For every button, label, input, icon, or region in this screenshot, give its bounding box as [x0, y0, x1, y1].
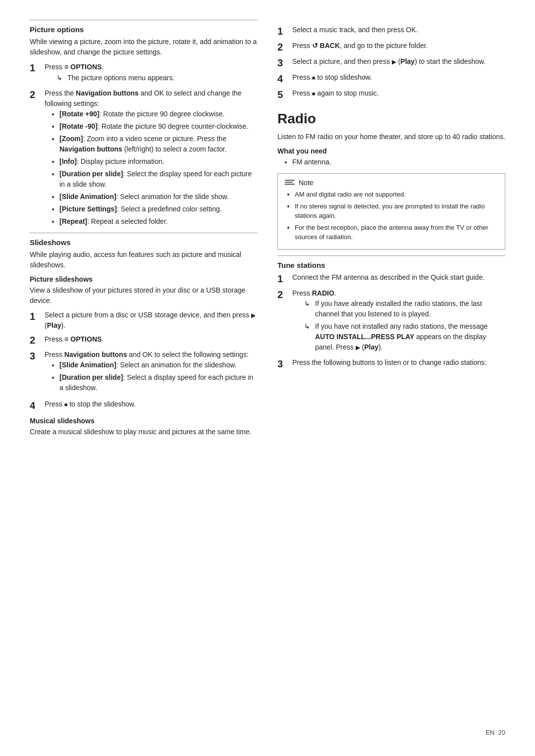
stop-icon: [64, 400, 68, 408]
footer-lang: EN: [485, 729, 494, 736]
tune-step-2-arrow-2: ↳ If you have not installed any radio st…: [304, 321, 505, 353]
tune-step-2-arrow-1: ↳ If you have already installed the radi…: [304, 299, 505, 319]
musical-step-2-content: Press ↺ BACK, and go to the picture fold…: [292, 41, 505, 53]
step-1-picture: 1 Press OPTIONS. ↳ The picture options m…: [30, 61, 258, 85]
musical-step-2-text: Press ↺ BACK, and go to the picture fold…: [292, 42, 428, 50]
musical-step-num-1: 1: [277, 25, 288, 38]
musical-step-3-content: Select a picture, and then press (Play) …: [292, 56, 505, 69]
picture-options-heading: Picture options: [30, 20, 258, 34]
step-1-sub-text: The picture options menu appears.: [67, 73, 174, 83]
bullet-list-picture-options: [Rotate +90]: Rotate the picture 90 degr…: [59, 109, 258, 227]
radio-heading: Radio: [277, 111, 505, 127]
not-installed-text: If you have not installed any radio stat…: [315, 321, 505, 353]
musical-step-5-text: Press again to stop music.: [292, 89, 379, 97]
musical-step-1-text: Select a music track, and then press OK.: [292, 26, 418, 34]
musical-step-num-3: 3: [277, 56, 288, 69]
musical-step-4: 4 Press to stop slideshow.: [277, 72, 505, 85]
bullet-item: [Repeat]: Repeat a selected folder.: [59, 216, 258, 227]
left-column: Picture options While viewing a picture,…: [30, 20, 258, 441]
step-1-sub: ↳ The picture options menu appears.: [56, 73, 258, 83]
bullet-item: [Slide Animation]: Select animation for …: [59, 192, 258, 202]
note-box: Note AM and digital radio are not suppor…: [277, 173, 505, 250]
slideshows-intro: While playing audio, access fun features…: [30, 250, 258, 270]
tune-step-1-text: Connect the FM antenna as described in t…: [292, 273, 484, 281]
tune-step-num-3: 3: [277, 357, 288, 370]
step-1-text: Press OPTIONS.: [45, 63, 104, 71]
options-label: OPTIONS: [70, 63, 102, 71]
slideshow-step-4-content: Press to stop the slideshow.: [45, 399, 258, 412]
step-2-text: Press the Navigation buttons and OK to s…: [45, 89, 242, 107]
tune-step-3-content: Press the following buttons to listen or…: [292, 357, 505, 370]
slideshow-step-3: 3 Press Navigation buttons and OK to sel…: [30, 350, 258, 396]
musical-step-4-content: Press to stop slideshow.: [292, 72, 505, 85]
right-column: 1 Select a music track, and then press O…: [277, 20, 505, 441]
bullet-item: [Duration per slide]: Select a display s…: [59, 372, 258, 393]
musical-step-num-4: 4: [277, 72, 288, 85]
tune-step-2: 2 Press RADIO. ↳ If you have already ins…: [277, 288, 505, 354]
picture-slideshows-heading: Picture slideshows: [30, 275, 258, 283]
stop-icon-4: [312, 73, 316, 81]
note-item: AM and digital radio are not supported.: [295, 190, 498, 200]
musical-step-num-5: 5: [277, 88, 288, 101]
picture-options-intro: While viewing a picture, zoom into the p…: [30, 37, 258, 57]
note-item: For the best reception, place the antenn…: [295, 223, 498, 242]
tune-step-1: 1 Connect the FM antenna as described in…: [277, 272, 505, 285]
slideshow-step-4: 4 Press to stop the slideshow.: [30, 399, 258, 412]
step-1-content: Press OPTIONS. ↳ The picture options men…: [45, 61, 258, 85]
musical-step-5-content: Press again to stop music.: [292, 88, 505, 101]
slideshows-heading: Slideshows: [30, 233, 258, 247]
slideshow-step-2-text: Press OPTIONS.: [45, 335, 104, 343]
tune-step-2-text: Press RADIO.: [292, 289, 336, 297]
note-header: Note: [285, 179, 498, 187]
slideshow-step-3-content: Press Navigation buttons and OK to selec…: [45, 350, 258, 396]
step-num-s3: 3: [30, 350, 41, 396]
play-icon: [251, 311, 256, 319]
slideshow-step-4-text: Press to stop the slideshow.: [45, 400, 136, 408]
note-label: Note: [299, 179, 314, 187]
arrow-icon-1: ↳: [304, 299, 312, 319]
radio-intro: Listen to FM radio on your home theater,…: [277, 132, 505, 142]
musical-step-3-text: Select a picture, and then press (Play) …: [292, 57, 485, 65]
arrow-icon: ↳: [56, 73, 64, 83]
arrow-icon-2: ↳: [304, 321, 312, 353]
step-num-2: 2: [30, 88, 41, 230]
options-icon: [64, 63, 69, 71]
step-num-s4: 4: [30, 399, 41, 412]
page-footer: EN 20: [485, 729, 505, 736]
musical-step-2: 2 Press ↺ BACK, and go to the picture fo…: [277, 41, 505, 53]
step-num-1: 1: [30, 61, 41, 85]
musical-step-num-2: 2: [277, 41, 288, 53]
play-icon-tune: [356, 343, 360, 351]
tune-step-3: 3 Press the following buttons to listen …: [277, 357, 505, 370]
what-you-need-heading: What you need: [277, 147, 505, 155]
musical-slideshows-text: Create a musical slideshow to play music…: [30, 427, 258, 437]
bullet-list-slideshow: [Slide Animation]: Select an animation f…: [59, 360, 258, 393]
note-lines-icon: [285, 180, 295, 186]
bullet-item: [Rotate +90]: Rotate the picture 90 degr…: [59, 109, 258, 119]
musical-slideshows-heading: Musical slideshows: [30, 417, 258, 425]
musical-step-4-text: Press to stop slideshow.: [292, 73, 372, 81]
musical-step-5: 5 Press again to stop music.: [277, 88, 505, 101]
slideshow-step-1: 1 Select a picture from a disc or USB st…: [30, 310, 258, 331]
options-icon-2: [64, 335, 69, 343]
tune-stations-heading: Tune stations: [277, 255, 505, 269]
tune-step-2-content: Press RADIO. ↳ If you have already insta…: [292, 288, 505, 354]
tune-step-1-content: Connect the FM antenna as described in t…: [292, 272, 505, 285]
step-num-s1: 1: [30, 310, 41, 331]
stop-icon-5: [312, 89, 316, 97]
picture-slideshows-text: View a slideshow of your pictures stored…: [30, 285, 258, 306]
step-2-picture: 2 Press the Navigation buttons and OK to…: [30, 88, 258, 230]
slideshow-step-2: 2 Press OPTIONS.: [30, 334, 258, 347]
what-you-need-list: FM antenna.: [292, 157, 505, 167]
bullet-item: [Info]: Display picture information.: [59, 156, 258, 167]
footer-page: 20: [498, 729, 505, 736]
bullet-item: [Rotate -90]: Rotate the picture 90 degr…: [59, 121, 258, 132]
already-installed-text: If you have already installed the radio …: [315, 299, 505, 319]
note-item: If no stereo signal is detected, you are…: [295, 202, 498, 221]
bullet-item: [Zoom]: Zoom into a video scene or pictu…: [59, 134, 258, 154]
musical-step-1: 1 Select a music track, and then press O…: [277, 25, 505, 38]
bullet-item: [Duration per slide]: Select the display…: [59, 169, 258, 190]
step-num-s2: 2: [30, 334, 41, 347]
step-2-content: Press the Navigation buttons and OK to s…: [45, 88, 258, 230]
slideshow-step-2-content: Press OPTIONS.: [45, 334, 258, 347]
